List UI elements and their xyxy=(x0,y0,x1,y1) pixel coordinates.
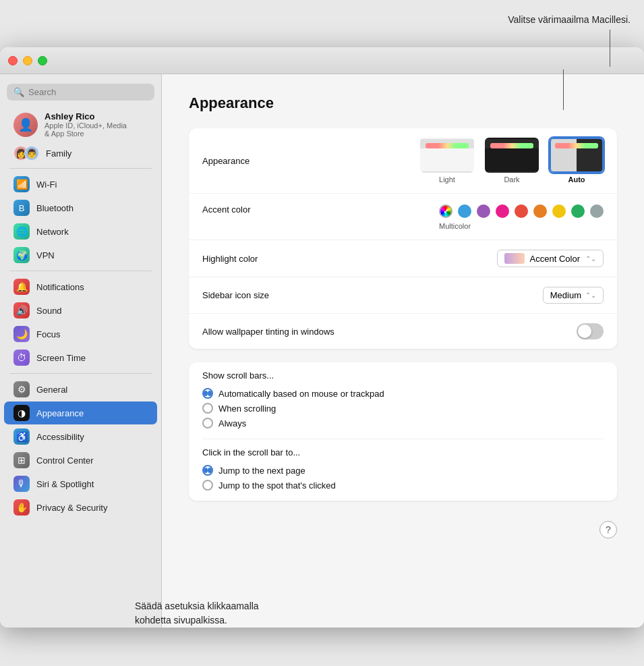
sidebar-item-controlcenter[interactable]: ⊞ Control Center xyxy=(4,449,157,472)
scroll-auto-radio[interactable] xyxy=(202,388,213,399)
window: 🔍 👤 Ashley Rico Apple ID, iCloud+, Media… xyxy=(0,47,644,628)
appearance-option-light[interactable]: Light xyxy=(420,138,474,184)
sidebar-item-siri[interactable]: 🎙 Siri & Spotlight xyxy=(4,472,157,495)
sidebar: 🔍 👤 Ashley Rico Apple ID, iCloud+, Media… xyxy=(0,74,162,628)
scroll-spot-option[interactable]: Jump to the spot that's clicked xyxy=(202,478,604,493)
user-info: Ashley Rico Apple ID, iCloud+, Media& Ap… xyxy=(45,111,127,138)
notifications-label: Notifications xyxy=(36,282,84,292)
scroll-scrolling-radio[interactable] xyxy=(202,403,213,414)
scroll-bars-section: Show scroll bars... Automatically based … xyxy=(189,362,617,501)
appearance-label: Appearance xyxy=(36,408,84,418)
sidebar-item-user[interactable]: 👤 Ashley Rico Apple ID, iCloud+, Media& … xyxy=(4,107,157,142)
highlight-swatch xyxy=(504,253,525,264)
appearance-row: Appearance Light xyxy=(189,128,617,194)
accessibility-icon: ♿ xyxy=(13,428,30,445)
accent-red[interactable] xyxy=(515,204,528,218)
bluetooth-icon: B xyxy=(13,200,30,216)
sidebar-icon-size-value: Medium xyxy=(550,290,581,300)
accent-sublabel: Multicolor xyxy=(439,222,471,230)
accent-multicolor[interactable] xyxy=(439,204,452,218)
scroll-scrolling-option[interactable]: When scrolling xyxy=(202,401,604,416)
privacy-label: Privacy & Security xyxy=(36,503,107,513)
sidebar-item-family[interactable]: 👩 👨 Family xyxy=(4,142,157,164)
scroll-next-page-option[interactable]: Jump to the next page xyxy=(202,463,604,478)
focus-label: Focus xyxy=(36,329,60,339)
separator-2 xyxy=(9,271,152,271)
sidebar-item-general[interactable]: ⚙ General xyxy=(4,378,157,401)
accent-orange[interactable] xyxy=(533,204,547,218)
separator-3 xyxy=(9,373,152,374)
close-button[interactable] xyxy=(8,56,18,65)
scroll-next-page-radio[interactable] xyxy=(202,465,213,476)
content-area: 🔍 👤 Ashley Rico Apple ID, iCloud+, Media… xyxy=(0,74,644,628)
scroll-always-option[interactable]: Always xyxy=(202,416,604,431)
screentime-label: Screen Time xyxy=(36,353,86,363)
vpn-label: VPN xyxy=(36,250,55,260)
appearance-option-auto[interactable]: Auto xyxy=(550,138,604,184)
accent-blue[interactable] xyxy=(458,204,471,218)
scroll-auto-option[interactable]: Automatically based on mouse or trackpad xyxy=(202,386,604,401)
sidebar-size-arrow: ⌃⌄ xyxy=(585,292,596,299)
sidebar-item-sound[interactable]: 🔊 Sound xyxy=(4,299,157,322)
appearance-option-dark[interactable]: Dark xyxy=(485,138,539,184)
network-icon: 🌐 xyxy=(13,223,30,240)
appearance-label-auto: Auto xyxy=(568,175,585,184)
focus-icon: 🌙 xyxy=(13,326,30,342)
scroll-next-page-label: Jump to the next page xyxy=(218,466,305,476)
sidebar-icon-size-label: Sidebar icon size xyxy=(202,290,324,300)
scroll-spot-radio[interactable] xyxy=(202,480,213,491)
separator-1 xyxy=(9,168,152,169)
family-label: Family xyxy=(46,148,71,159)
maximize-button[interactable] xyxy=(38,56,47,65)
wallpaper-tinting-control xyxy=(577,323,604,339)
sidebar-icon-size-row: Sidebar icon size Medium ⌃⌄ xyxy=(189,277,617,314)
sidebar-item-appearance[interactable]: ◑ Appearance xyxy=(4,401,157,424)
help-button[interactable]: ? xyxy=(599,521,617,538)
minimize-button[interactable] xyxy=(23,56,32,65)
search-input[interactable] xyxy=(28,87,148,97)
traffic-lights xyxy=(8,56,47,65)
siri-icon: 🎙 xyxy=(13,476,30,492)
accent-green[interactable] xyxy=(571,204,585,218)
accent-purple[interactable] xyxy=(477,204,490,218)
sidebar-icon-size-button[interactable]: Medium ⌃⌄ xyxy=(543,287,604,304)
accent-pink[interactable] xyxy=(496,204,509,218)
user-name: Ashley Rico xyxy=(45,111,127,121)
accent-color-label: Accent color xyxy=(202,204,324,215)
scroll-click-group: Click in the scroll bar to... Jump to th… xyxy=(189,439,617,501)
scroll-bars-label: Show scroll bars... xyxy=(202,370,604,381)
accent-colors: Multicolor xyxy=(439,204,604,230)
accent-graphite[interactable] xyxy=(590,204,604,218)
sidebar-item-network[interactable]: 🌐 Network xyxy=(4,220,157,243)
wallpaper-tinting-label: Allow wallpaper tinting in windows xyxy=(202,327,334,337)
sidebar-item-privacy[interactable]: ✋ Privacy & Security xyxy=(4,496,157,519)
sound-label: Sound xyxy=(36,306,62,316)
family-avatar-2: 👨 xyxy=(24,146,39,161)
wifi-icon: 📶 xyxy=(13,176,30,192)
sidebar-item-notifications[interactable]: 🔔 Notifications xyxy=(4,275,157,298)
wallpaper-tinting-row: Allow wallpaper tinting in windows xyxy=(189,314,617,349)
highlight-color-button[interactable]: Accent Color ⌃⌄ xyxy=(497,250,604,267)
wifi-label: Wi-Fi xyxy=(36,179,57,190)
scroll-always-label: Always xyxy=(218,418,246,428)
highlight-color-control: Accent Color ⌃⌄ xyxy=(497,250,604,267)
search-icon: 🔍 xyxy=(13,87,24,97)
accent-yellow[interactable] xyxy=(552,204,566,218)
network-label: Network xyxy=(36,227,69,237)
sidebar-item-vpn[interactable]: 🌍 VPN xyxy=(4,244,157,267)
scroll-click-label: Click in the scroll bar to... xyxy=(202,447,604,457)
scroll-auto-label: Automatically based on mouse or trackpad xyxy=(218,389,384,399)
sidebar-item-focus[interactable]: 🌙 Focus xyxy=(4,323,157,345)
sidebar-icon-size-control: Medium ⌃⌄ xyxy=(543,287,604,304)
sidebar-item-wifi[interactable]: 📶 Wi-Fi xyxy=(4,173,157,196)
annotation-bottom-text: Säädä asetuksia klikkaamallakohdetta siv… xyxy=(135,601,259,626)
sidebar-item-bluetooth[interactable]: B Bluetooth xyxy=(4,196,157,219)
accent-color-row: Accent color xyxy=(189,194,617,240)
scroll-always-radio[interactable] xyxy=(202,418,213,428)
sidebar-item-screentime[interactable]: ⏱ Screen Time xyxy=(4,346,157,369)
privacy-icon: ✋ xyxy=(13,499,30,516)
wallpaper-tinting-toggle[interactable] xyxy=(577,323,604,339)
search-bar[interactable]: 🔍 xyxy=(7,84,154,101)
appearance-section: Appearance Light xyxy=(189,128,617,349)
sidebar-item-accessibility[interactable]: ♿ Accessibility xyxy=(4,425,157,448)
